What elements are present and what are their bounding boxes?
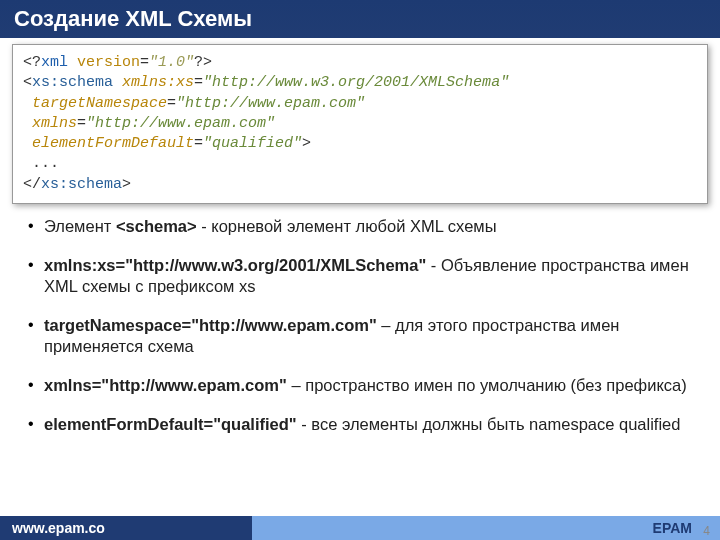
page-number: 4 — [703, 524, 710, 538]
code-version-val: "1.0" — [149, 54, 194, 71]
slide: Создание XML Схемы <?xml version="1.0"?>… — [0, 0, 720, 540]
code-eq: = — [77, 115, 86, 132]
code-attr: xmlns:xs — [122, 74, 194, 91]
bullet-bold: targetNamespace="http://www.epam.com" — [44, 316, 377, 334]
code-open: < — [23, 74, 32, 91]
code-open: </ — [23, 176, 41, 193]
header-bar: Создание XML Схемы — [0, 0, 720, 38]
code-pad — [23, 95, 32, 112]
bullet-text: – пространство имен по умолчанию (без пр… — [287, 376, 687, 394]
bullet-text: Элемент — [44, 217, 116, 235]
code-box: <?xml version="1.0"?> <xs:schema xmlns:x… — [12, 44, 708, 204]
code-close: > — [302, 135, 311, 152]
code-block: <?xml version="1.0"?> <xs:schema xmlns:x… — [23, 53, 697, 195]
code-close: > — [122, 176, 131, 193]
code-val: "http://www.w3.org/2001/XMLSchema" — [203, 74, 509, 91]
bullet-bold: elementFormDefault="qualified" — [44, 415, 297, 433]
footer-bar: www.epam.co EPAM — [0, 516, 720, 540]
code-text: <? — [23, 54, 41, 71]
footer-spacer — [252, 516, 653, 540]
code-attr: xmlns — [32, 115, 77, 132]
code-val: "qualified" — [203, 135, 302, 152]
bullet-bold: <schema> — [116, 217, 197, 235]
code-tagname: xs:schema — [32, 74, 113, 91]
bullet-bold: xmlns="http://www.epam.com" — [44, 376, 287, 394]
list-item: targetNamespace="http://www.epam.com" – … — [44, 315, 690, 357]
code-pad — [23, 135, 32, 152]
code-val: "http://www.epam.com" — [86, 115, 275, 132]
code-val: "http://www.epam.com" — [176, 95, 365, 112]
code-attr: elementFormDefault — [32, 135, 194, 152]
code-attr: targetNamespace — [32, 95, 167, 112]
code-ellipsis: ... — [23, 155, 59, 172]
code-eq: = — [167, 95, 176, 112]
list-item: elementFormDefault="qualified" - все эле… — [44, 414, 690, 435]
bullet-list-container: Элемент <schema> - корневой элемент любо… — [0, 216, 720, 436]
code-version-key: version — [77, 54, 140, 71]
bullet-list: Элемент <schema> - корневой элемент любо… — [0, 216, 720, 436]
code-close: ?> — [194, 54, 212, 71]
list-item: xmlns="http://www.epam.com" – пространст… — [44, 375, 690, 396]
bullet-text: - все элементы должны быть namespace qua… — [297, 415, 681, 433]
bullet-text: - корневой элемент любой XML схемы — [197, 217, 497, 235]
slide-title: Создание XML Схемы — [14, 6, 706, 32]
list-item: Элемент <schema> - корневой элемент любо… — [44, 216, 690, 237]
code-pad — [23, 115, 32, 132]
code-tagname: xs:schema — [41, 176, 122, 193]
code-xml-kw: xml — [41, 54, 68, 71]
code-sp — [68, 54, 77, 71]
code-eq: = — [194, 135, 203, 152]
bullet-bold: xmlns:xs="http://www.w3.org/2001/XMLSche… — [44, 256, 426, 274]
code-eq: = — [140, 54, 149, 71]
list-item: xmlns:xs="http://www.w3.org/2001/XMLSche… — [44, 255, 690, 297]
code-eq: = — [194, 74, 203, 91]
code-sp — [113, 74, 122, 91]
footer-url: www.epam.co — [0, 516, 252, 540]
